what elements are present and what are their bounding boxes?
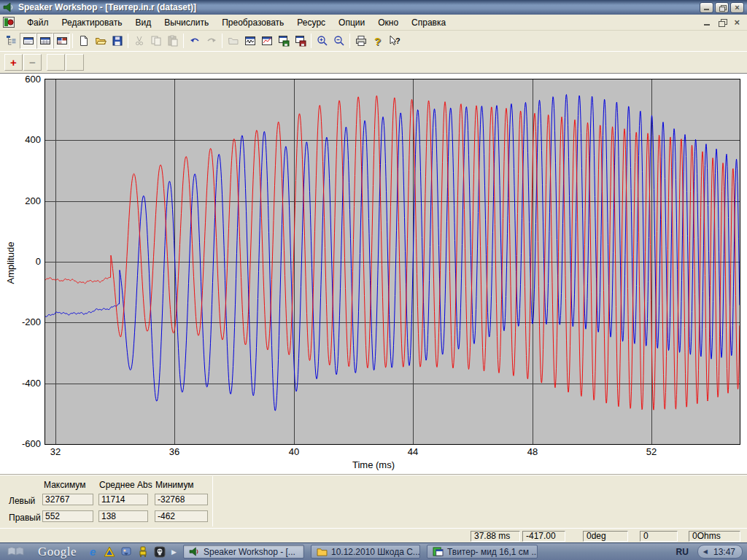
zoom-in-button[interactable] xyxy=(314,33,330,49)
print-button[interactable] xyxy=(352,33,369,49)
remove-button[interactable]: − xyxy=(23,54,42,71)
open-button[interactable] xyxy=(92,33,109,49)
language-indicator[interactable]: RU xyxy=(671,545,692,559)
mdi-minimize-button[interactable] xyxy=(703,19,712,26)
toolbar-separator xyxy=(222,34,222,48)
app-icon xyxy=(3,2,15,12)
toolbar-separator xyxy=(349,34,350,48)
context-help-button[interactable]: ? xyxy=(386,33,403,49)
menu-edit[interactable]: Редактировать xyxy=(55,15,129,30)
dataset-icon xyxy=(3,17,15,28)
menu-view[interactable]: Вид xyxy=(128,15,158,30)
menu-transform[interactable]: Преобразовать xyxy=(215,15,290,30)
stats-header-min: Минимум xyxy=(155,480,194,490)
y-tick: 600 xyxy=(0,74,41,85)
main-toolbar: ? ? xyxy=(0,31,747,52)
plot-area xyxy=(44,79,740,445)
redo-button[interactable] xyxy=(203,33,220,49)
zoom-out-icon xyxy=(333,35,345,47)
mdi-close-button[interactable]: × xyxy=(734,19,740,26)
close-icon: × xyxy=(735,4,739,12)
menu-help[interactable]: Справка xyxy=(405,15,452,30)
help-button[interactable]: ? xyxy=(369,33,386,49)
stats-left-min-field[interactable]: -32768 xyxy=(155,494,208,505)
toolbar-separator xyxy=(128,34,128,48)
delta-icon[interactable] xyxy=(104,546,115,558)
zoom-in-icon xyxy=(317,35,328,47)
menubar: Файл Редактировать Вид Вычислить Преобра… xyxy=(0,15,747,31)
new-button[interactable] xyxy=(75,33,92,49)
waveform-canvas xyxy=(45,79,740,444)
menu-window[interactable]: Окно xyxy=(371,15,405,30)
skull-icon[interactable] xyxy=(154,546,166,558)
stats-left-max-field[interactable]: 32767 xyxy=(42,494,93,505)
taskbar: Google e xyxy=(0,542,747,560)
status-ohms-field: 0Ohms xyxy=(689,531,740,542)
copy-button[interactable] xyxy=(147,33,164,49)
y-tick: -200 xyxy=(0,316,41,328)
save-dataset-button[interactable] xyxy=(275,33,292,49)
tree-view-icon xyxy=(6,35,18,47)
export-dataset-button[interactable] xyxy=(292,33,309,49)
start-button[interactable] xyxy=(7,545,25,558)
minimize-button[interactable] xyxy=(700,2,713,13)
paste-button[interactable] xyxy=(164,33,181,49)
blank-button-1[interactable] xyxy=(47,54,65,71)
minimize-icon xyxy=(704,9,709,10)
view-detail-button[interactable] xyxy=(36,33,53,49)
taskbar-task-tviter-mid[interactable]: Твитер- мид 16,1 см ... xyxy=(427,545,538,559)
status-phase-field: 0deg xyxy=(583,531,628,542)
menu-calculate[interactable]: Вычислить xyxy=(158,15,215,30)
menu-resource[interactable]: Ресурс xyxy=(290,15,332,30)
y-tick: -600 xyxy=(0,438,41,450)
stats-divider xyxy=(212,476,213,526)
view-single-button[interactable] xyxy=(20,33,36,49)
cut-button[interactable] xyxy=(131,33,147,49)
tree-view-button[interactable] xyxy=(3,33,20,49)
taskbar-task-folder[interactable]: 10.12.2010 Шкода С... xyxy=(311,545,420,559)
blank-button-2[interactable] xyxy=(66,54,84,71)
restore-button[interactable] xyxy=(715,2,729,13)
zoom-out-button[interactable] xyxy=(330,33,347,49)
quick-launch: e xyxy=(87,546,166,558)
toolbar-separator xyxy=(183,34,184,48)
close-button[interactable]: × xyxy=(730,2,744,13)
ie-icon[interactable]: e xyxy=(87,546,98,558)
chart-window-button[interactable] xyxy=(258,33,275,49)
toolbar-separator xyxy=(311,34,311,48)
x-axis-title: Time (ms) xyxy=(352,459,395,470)
speaker-workshop-window: Speaker Workshop - [Твитер.in.r (dataset… xyxy=(0,0,747,560)
speaker-icon xyxy=(189,547,200,556)
stats-left-avg-field[interactable]: 11714 xyxy=(98,494,148,505)
x-tick: 48 xyxy=(527,446,538,457)
restore-icon xyxy=(719,5,725,10)
tray-collapse-arrow[interactable]: ◀ xyxy=(703,548,708,555)
undo-button[interactable] xyxy=(186,33,203,49)
mdi-restore-button[interactable] xyxy=(719,19,727,26)
y-tick: -400 xyxy=(0,378,41,389)
window-title: Speaker Workshop - [Твитер.in.r (dataset… xyxy=(18,2,697,12)
menu-file[interactable]: Файл xyxy=(20,15,55,30)
stats-row-label-left: Левый xyxy=(9,496,35,506)
messenger-icon[interactable] xyxy=(120,546,132,558)
status-value-field: -417.00 xyxy=(522,531,565,542)
robot-icon[interactable] xyxy=(137,546,149,558)
view-tile-button[interactable] xyxy=(53,33,70,49)
add-button[interactable]: + xyxy=(4,54,23,71)
y-tick: 400 xyxy=(0,134,41,146)
stats-right-max-field[interactable]: 552 xyxy=(42,510,93,522)
x-tick: 44 xyxy=(408,446,418,457)
cut-icon xyxy=(133,35,145,47)
stats-right-avg-field[interactable]: 138 xyxy=(98,510,148,522)
quicklaunch-overflow-chevron[interactable]: ▶ xyxy=(171,548,177,556)
dataset-window-button[interactable] xyxy=(241,33,258,49)
import-button[interactable] xyxy=(225,33,241,49)
view-single-icon xyxy=(23,35,34,47)
stats-right-min-field[interactable]: -462 xyxy=(155,510,208,522)
x-tick: 36 xyxy=(169,446,179,457)
google-toolbar-logo[interactable]: Google xyxy=(38,545,77,559)
save-button[interactable] xyxy=(109,33,125,49)
save-icon xyxy=(112,35,123,47)
taskbar-task-speaker-workshop[interactable]: Speaker Workshop - [... xyxy=(183,545,304,559)
menu-options[interactable]: Опции xyxy=(332,15,371,30)
